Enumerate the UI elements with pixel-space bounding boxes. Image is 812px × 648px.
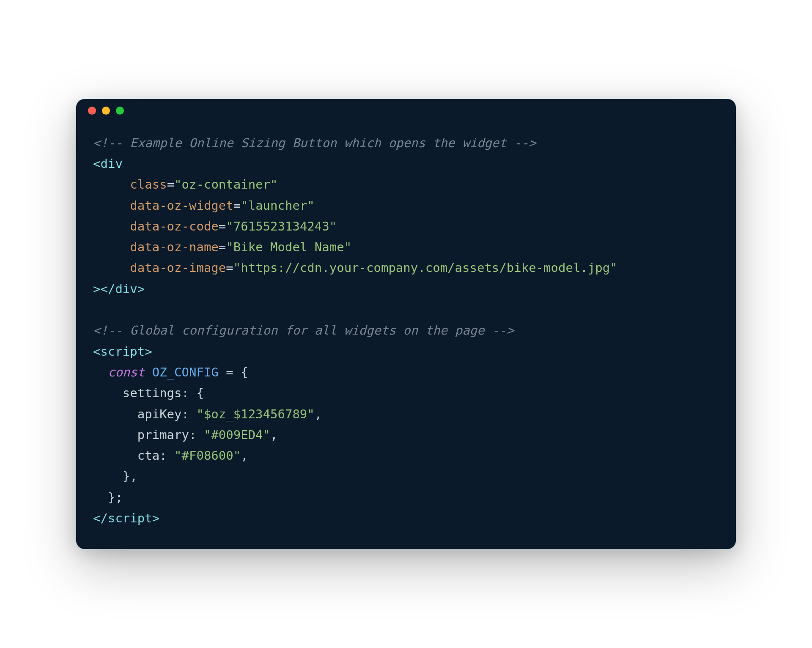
code-token: = bbox=[233, 198, 241, 213]
code-token: "https://cdn.your-company.com/assets/bik… bbox=[233, 261, 617, 275]
code-token: OZ_CONFIG bbox=[145, 365, 226, 379]
code-token: </ bbox=[100, 282, 115, 296]
code-token: div bbox=[100, 157, 122, 171]
code-token: "launcher" bbox=[241, 198, 315, 213]
code-token: : bbox=[182, 407, 197, 421]
code-token: = bbox=[219, 240, 226, 254]
code-token: data-oz-name bbox=[130, 240, 219, 254]
close-icon[interactable] bbox=[88, 107, 96, 115]
code-token: data-oz-code bbox=[130, 219, 219, 233]
code-token: script bbox=[100, 344, 145, 359]
code-token: , bbox=[241, 448, 248, 463]
minimize-icon[interactable] bbox=[102, 107, 110, 115]
code-token: "oz-container" bbox=[174, 177, 277, 192]
code-token: script bbox=[108, 511, 152, 525]
code-token: , bbox=[315, 407, 322, 421]
code-token: = bbox=[226, 261, 233, 275]
code-token: data-oz-image bbox=[130, 261, 226, 275]
code-token: : { bbox=[182, 386, 204, 400]
code-token: = { bbox=[226, 365, 248, 379]
maximize-icon[interactable] bbox=[116, 107, 124, 115]
code-token: apiKey bbox=[93, 407, 182, 421]
code-token: }; bbox=[93, 490, 123, 505]
code-token: "7615523134243" bbox=[226, 219, 337, 233]
code-token: settings bbox=[93, 386, 182, 400]
code-token: class bbox=[130, 177, 167, 192]
code-token: < bbox=[93, 157, 100, 171]
code-token: > bbox=[145, 344, 152, 359]
code-token: = bbox=[167, 177, 174, 192]
code-token: "#009ED4" bbox=[204, 428, 270, 442]
code-token: </ bbox=[93, 511, 108, 525]
code-token: "Bike Model Name" bbox=[226, 240, 351, 254]
code-token: "#F08600" bbox=[174, 448, 241, 463]
code-token: "$oz_$123456789" bbox=[196, 407, 314, 421]
code-token: > bbox=[137, 282, 145, 296]
code-token: , bbox=[270, 428, 277, 442]
code-comment: <!-- Example Online Sizing Button which … bbox=[93, 136, 536, 150]
code-token: div bbox=[115, 282, 137, 296]
code-token: cta bbox=[93, 448, 159, 463]
code-editor[interactable]: <!-- Example Online Sizing Button which … bbox=[76, 123, 736, 549]
code-window: <!-- Example Online Sizing Button which … bbox=[76, 99, 736, 549]
code-token: < bbox=[93, 344, 100, 359]
code-token: > bbox=[152, 511, 159, 525]
code-comment: <!-- Global configuration for all widget… bbox=[93, 323, 514, 338]
code-token: data-oz-widget bbox=[130, 198, 233, 213]
code-token: : bbox=[189, 428, 204, 442]
code-token: : bbox=[159, 448, 174, 463]
code-token: primary bbox=[93, 428, 189, 442]
code-token: > bbox=[93, 282, 100, 296]
window-titlebar bbox=[76, 99, 736, 123]
code-token: = bbox=[219, 219, 226, 233]
code-token: }, bbox=[93, 469, 137, 483]
code-token: const bbox=[108, 365, 145, 379]
